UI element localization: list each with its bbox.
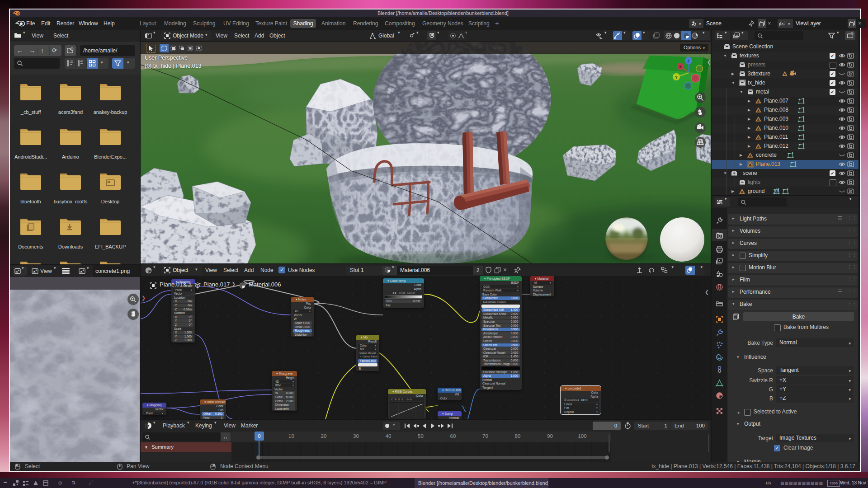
- svg-text:X: X: [679, 65, 682, 69]
- svg-text:Z: Z: [687, 59, 690, 63]
- svg-text:Y: Y: [675, 75, 678, 80]
